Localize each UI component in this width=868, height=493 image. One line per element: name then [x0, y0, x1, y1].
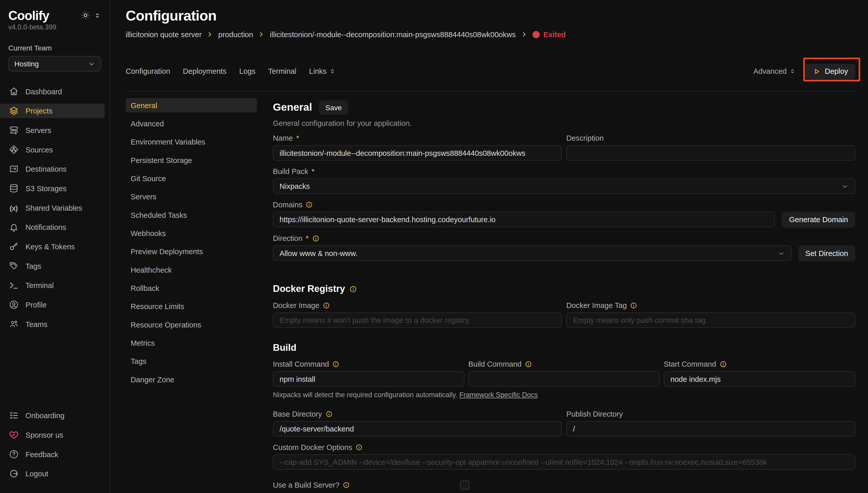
sidebar-item-notifications[interactable]: Notifications [0, 220, 110, 234]
sidebar-item-destinations[interactable]: Destinations [0, 162, 110, 176]
config-menu-general[interactable]: General [126, 98, 257, 112]
sidebar-item-label: S3 Storages [25, 184, 67, 192]
chevron-right-icon [521, 31, 527, 38]
base-directory-input[interactable] [273, 421, 562, 437]
sidebar-item-profile[interactable]: Profile [0, 298, 110, 312]
help-circle-icon [8, 449, 19, 459]
config-menu-preview-deployments[interactable]: Preview Deployments [126, 244, 257, 259]
sidebar-item-servers[interactable]: Servers [0, 123, 110, 137]
checklist-icon [8, 410, 19, 421]
sidebar-item-shared-variables[interactable]: (x) Shared Variables [0, 201, 110, 215]
install-command-label: Install Command [273, 360, 464, 368]
sidebar-item-label: Servers [25, 126, 51, 134]
config-menu-rollback[interactable]: Rollback [126, 281, 257, 295]
sidebar-item-dashboard[interactable]: Dashboard [0, 84, 110, 99]
home-icon [8, 86, 19, 97]
breadcrumb-project[interactable]: illicitonion quote server [126, 30, 202, 39]
config-menu-git-source[interactable]: Git Source [126, 171, 257, 186]
config-menu: General Advanced Environment Variables P… [126, 98, 257, 490]
required-asterisk: * [312, 167, 315, 175]
sidebar-item-label: Sources [25, 146, 53, 154]
breadcrumb-environment[interactable]: production [219, 30, 253, 39]
sidebar-item-label: Terminal [25, 281, 53, 289]
sidebar-item-feedback[interactable]: Feedback [0, 447, 110, 462]
name-label: Name* [273, 134, 562, 142]
deploy-button[interactable]: Deploy [805, 64, 855, 79]
docker-image-input[interactable] [273, 312, 562, 328]
generate-domain-button[interactable]: Generate Domain [782, 212, 855, 228]
domains-input[interactable] [273, 212, 775, 227]
sidebar-item-logout[interactable]: Logout [0, 466, 110, 481]
sidebar-item-label: Logout [25, 469, 48, 478]
config-menu-healthcheck[interactable]: Healthcheck [126, 263, 257, 277]
status-dot-icon [532, 31, 540, 38]
direction-select[interactable]: Allow www & non-www. [273, 245, 792, 261]
tab-terminal[interactable]: Terminal [268, 67, 296, 75]
build-server-checkbox[interactable] [460, 480, 470, 490]
docker-image-tag-input[interactable] [566, 312, 855, 328]
publish-directory-label: Publish Directory [566, 410, 855, 418]
sidebar-item-label: Sponsor us [25, 431, 63, 439]
config-menu-persistent-storage[interactable]: Persistent Storage [126, 153, 257, 167]
tab-configuration[interactable]: Configuration [126, 67, 170, 75]
framework-docs-link[interactable]: Framework Specific Docs [459, 391, 538, 399]
chevron-up-down-icon[interactable] [94, 12, 101, 18]
custom-docker-options-label: Custom Docker Options [273, 443, 855, 451]
sidebar-item-tags[interactable]: Tags [0, 259, 110, 273]
chevron-right-icon [207, 31, 213, 38]
save-button[interactable]: Save [319, 100, 348, 114]
app-version: v4.0.0-beta.399 [0, 23, 110, 31]
database-icon [8, 184, 19, 193]
app-logo: Coolify [8, 8, 49, 23]
config-menu-scheduled-tasks[interactable]: Scheduled Tasks [126, 208, 257, 222]
sidebar-item-sources[interactable]: Sources [0, 143, 110, 157]
configuration-content: General Advanced Environment Variables P… [126, 98, 855, 490]
config-menu-resource-operations[interactable]: Resource Operations [126, 318, 257, 332]
sidebar-item-keys-tokens[interactable]: Keys & Tokens [0, 239, 110, 254]
custom-docker-options-input[interactable] [273, 454, 855, 470]
sidebar-item-onboarding[interactable]: Onboarding [0, 408, 110, 423]
tabs: Configuration Deployments Logs Terminal … [126, 67, 336, 75]
config-menu-metrics[interactable]: Metrics [126, 336, 257, 350]
install-command-input[interactable] [273, 371, 464, 387]
config-menu-advanced[interactable]: Advanced [126, 116, 257, 131]
sun-icon[interactable] [81, 10, 90, 20]
chevron-down-icon [778, 250, 785, 257]
publish-directory-input[interactable] [566, 421, 855, 437]
build-pack-select[interactable]: Nixpacks [273, 178, 855, 194]
build-command-input[interactable] [468, 371, 660, 387]
sidebar-item-sponsor[interactable]: Sponsor us [0, 428, 110, 442]
start-command-input[interactable] [664, 371, 855, 387]
sidebar-item-terminal[interactable]: Terminal [0, 278, 110, 292]
config-menu-danger-zone[interactable]: Danger Zone [126, 372, 257, 387]
sidebar-item-projects[interactable]: Projects [0, 104, 105, 118]
chevron-up-down-icon [790, 68, 796, 74]
config-menu-resource-limits[interactable]: Resource Limits [126, 299, 257, 314]
set-direction-button[interactable]: Set Direction [798, 245, 855, 262]
build-server-row: Use a Build Server? [273, 480, 855, 490]
config-menu-servers[interactable]: Servers [126, 189, 257, 204]
sidebar-item-label: Profile [25, 301, 47, 309]
git-icon [8, 145, 19, 154]
description-input[interactable] [566, 145, 855, 160]
sidebar: Coolify v4.0.0-beta.399 Current Team Hos… [0, 0, 110, 493]
info-icon [525, 361, 532, 368]
config-menu-tags[interactable]: Tags [126, 354, 257, 368]
tab-logs[interactable]: Logs [239, 67, 255, 75]
info-icon [312, 235, 319, 242]
tab-deployments[interactable]: Deployments [183, 67, 226, 75]
info-icon [332, 361, 340, 368]
config-menu-environment-variables[interactable]: Environment Variables [126, 134, 257, 149]
advanced-menu[interactable]: Advanced [753, 67, 795, 75]
name-input[interactable] [273, 145, 562, 160]
sidebar-item-label: Shared Variables [25, 204, 82, 212]
sidebar-item-s3-storages[interactable]: S3 Storages [0, 181, 110, 195]
breadcrumb-application[interactable]: illicitestonion/-module--decomposition:m… [270, 30, 516, 39]
sidebar-item-teams[interactable]: Teams [0, 317, 110, 331]
tab-links[interactable]: Links [309, 67, 336, 75]
team-select[interactable]: Hosting [8, 56, 101, 71]
docker-image-tag-label: Docker Image Tag [566, 301, 855, 309]
required-asterisk: * [306, 234, 309, 243]
config-menu-webhooks[interactable]: Webhooks [126, 226, 257, 240]
theme-switcher[interactable] [81, 10, 101, 20]
